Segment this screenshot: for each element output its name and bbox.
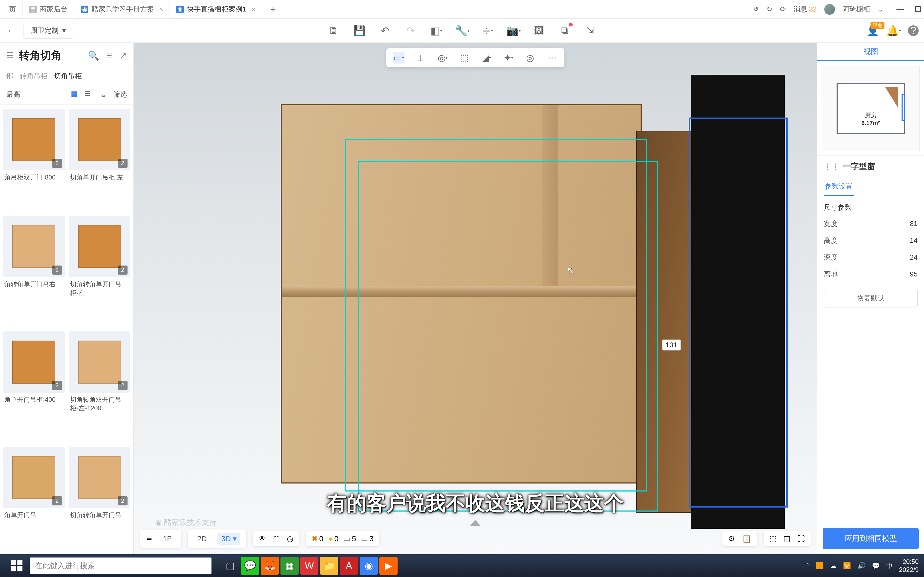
back-button[interactable]: ← (5, 24, 18, 37)
breadcrumb-item[interactable]: 切角吊柜 (54, 71, 82, 81)
tab-view[interactable]: 视图 (817, 43, 924, 61)
more-tool-icon[interactable]: ⋯ (546, 52, 558, 64)
window-maximize-icon[interactable]: ☐ (914, 5, 921, 14)
taskbar-search[interactable]: 在此键入进行搜索 (30, 558, 212, 574)
avatar[interactable] (824, 4, 835, 15)
asset-item[interactable]: 2 切角转角双开门吊柜-左-1200 (69, 331, 131, 443)
align-icon[interactable]: ≑▾ (481, 24, 494, 37)
asset-item[interactable]: 2 切角单开门吊柜-左 (69, 109, 131, 212)
browser-tab-case[interactable]: ◉ 快手直播橱柜案例1 × (170, 0, 262, 18)
status-indicators[interactable]: ✖0 ●0 ▭5 ▭3 (305, 531, 380, 546)
window-minimize-icon[interactable]: — (897, 5, 904, 14)
mode-3d-button[interactable]: 3D ▾ (217, 533, 241, 545)
messages-label[interactable]: 消息 32 (793, 5, 817, 14)
param-value[interactable]: 14 (910, 237, 918, 245)
subtab-params[interactable]: 参数设置 (824, 177, 854, 196)
plugin-tool-icon[interactable]: ✦▾ (502, 52, 514, 64)
asset-item[interactable]: 2 切角转角单开门吊 (69, 447, 131, 550)
floor-label[interactable]: 1F (159, 533, 175, 545)
expand-icon[interactable]: ⤢ (120, 50, 127, 61)
close-icon[interactable]: × (252, 6, 255, 13)
asset-item[interactable]: 2 角吊柜双开门-800 (3, 109, 65, 212)
taskbar-app-wechat[interactable]: 💬 (241, 557, 259, 575)
browser-tab-manual[interactable]: ◉ 酷家乐学习手册方案 × (74, 0, 170, 18)
clipboard-icon[interactable]: 📋 (742, 534, 751, 543)
help-icon[interactable]: ? (908, 25, 919, 36)
chevron-down-icon[interactable]: ⌄ (878, 5, 884, 13)
tray-chevron-icon[interactable]: ˄ (806, 562, 809, 569)
asset-item[interactable]: 2 角单开门吊柜-400 (3, 331, 65, 443)
highlight-tool-icon[interactable]: ◢▾ (480, 52, 492, 64)
taskbar-app-excel[interactable]: ▦ (281, 557, 299, 575)
nav-back-icon[interactable]: ↺ (753, 5, 759, 13)
asset-item[interactable]: 2 角转角单开门吊右 (3, 216, 65, 327)
browser-tab-merchant[interactable]: ▤ 商家后台 (23, 0, 74, 18)
grid-view-icon[interactable]: ▦ (71, 89, 81, 99)
mode-2d-button[interactable]: 2D (194, 533, 211, 545)
restore-defaults-button[interactable]: 恢复默认 (824, 289, 918, 308)
select-tool-icon[interactable]: ▭▾ (393, 52, 404, 64)
new-tab-button[interactable]: + (262, 4, 284, 15)
frame-icon[interactable]: ⬚ (769, 534, 776, 543)
dimension-label[interactable]: 131 (662, 340, 681, 350)
bell-icon[interactable]: 🔔▾ (887, 24, 900, 37)
floorplan-preview[interactable]: 厨房 6.17m² (822, 66, 920, 151)
viewport-3d[interactable]: ↖ ▭▾ ⟂ ◎▾ ⬚ ◢▾ ✦▾ ◎ ⋯ 131 ◉ 酷家乐技术支持 有的客户… (134, 43, 817, 554)
redo-icon[interactable]: ↷ (404, 24, 417, 37)
eraser-icon[interactable]: ◧▾ (430, 24, 443, 37)
close-icon[interactable]: × (159, 6, 163, 13)
search-icon[interactable]: 🔍 (88, 50, 99, 61)
filter-icon[interactable]: ⟁ (101, 90, 106, 98)
copy-icon[interactable]: ⧉ (558, 24, 571, 37)
param-value[interactable]: 95 (910, 270, 918, 278)
file-new-icon[interactable]: 🗎 (327, 24, 340, 37)
tray-clock[interactable]: 20:50 2022/9 (899, 558, 919, 574)
taskbar-app-kujiale[interactable]: ◉ (360, 557, 378, 575)
image-icon[interactable]: 🖼 (533, 24, 545, 37)
start-button[interactable] (5, 554, 28, 577)
filter-label[interactable]: 筛选 (113, 90, 127, 99)
menu-icon[interactable]: ☰ (6, 51, 14, 60)
cabinet-model[interactable] (281, 104, 642, 484)
sort-label[interactable]: 最高 (6, 90, 20, 99)
dots-icon[interactable]: ⋮⋮ (824, 162, 840, 171)
list-view-icon[interactable]: ☰ (84, 89, 94, 99)
asset-item[interactable]: 2 切角转角单开门吊柜-左 (69, 216, 131, 327)
gauge-icon[interactable]: ◷ (287, 534, 293, 543)
username[interactable]: 阿琦橱柜 (842, 5, 870, 14)
fullscreen-icon[interactable]: ⛶ (797, 534, 805, 543)
eye-icon[interactable]: 👁 (258, 534, 266, 543)
taskbar-app-cad[interactable]: A (340, 557, 358, 575)
wrench-icon[interactable]: 🔧▾ (456, 24, 468, 37)
window-frame[interactable] (691, 75, 785, 529)
asset-item[interactable]: 2 角单开门吊 (3, 447, 65, 550)
tray-wifi-icon[interactable]: 🛜 (843, 562, 851, 569)
task-view-icon[interactable]: ▢ (221, 557, 239, 575)
undo-icon[interactable]: ↶ (379, 24, 391, 37)
param-value[interactable]: 81 (910, 219, 918, 228)
tray-app-icon[interactable]: 🟧 (816, 562, 824, 569)
sort-icon[interactable]: ≡ (107, 50, 112, 61)
save-icon[interactable]: 💾 (353, 24, 366, 37)
breadcrumb-item[interactable]: 转角吊柜 (20, 71, 48, 81)
cube-icon[interactable]: ⬚ (273, 534, 280, 543)
param-value[interactable]: 24 (910, 253, 918, 261)
expand-up-icon[interactable] (470, 520, 481, 526)
nav-forward-icon[interactable]: ↻ (767, 5, 772, 13)
layers-icon[interactable]: ≣ (146, 534, 152, 543)
scan-tool-icon[interactable]: ⬚ (459, 52, 470, 64)
grid-config-icon[interactable]: ⚙ (728, 534, 735, 543)
taskbar-app-ks[interactable]: ▶ (380, 557, 397, 575)
browser-tab-home[interactable]: 页 (3, 0, 23, 18)
export-icon[interactable]: ⇲ (584, 24, 597, 37)
globe-tool-icon[interactable]: ◎▾ (436, 52, 448, 64)
tray-ime[interactable]: 中 (886, 561, 893, 570)
mode-selector[interactable]: 厨卫定制 ▾ (24, 23, 73, 39)
taskbar-app-firefox[interactable]: 🦊 (261, 557, 279, 575)
tray-volume-icon[interactable]: 🔊 (858, 562, 866, 569)
measure-tool-icon[interactable]: ⟂ (415, 52, 426, 64)
taskbar-app-folder[interactable]: 📁 (320, 557, 338, 575)
user-icon[interactable]: 👤限免 (866, 24, 879, 37)
camera-icon[interactable]: 📷▾ (507, 24, 520, 37)
frame-target-icon[interactable]: ◫ (783, 534, 790, 543)
